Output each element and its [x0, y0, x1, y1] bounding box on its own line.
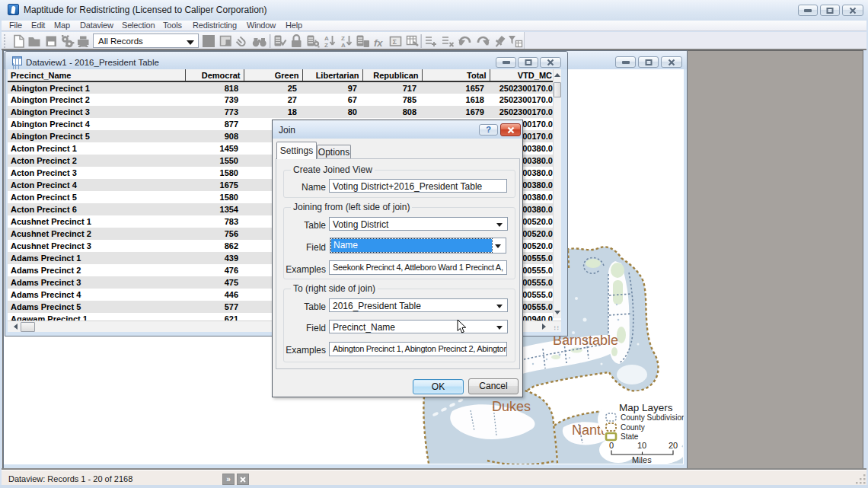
svg-text:Miles: Miles	[632, 455, 652, 464]
svg-text:County: County	[621, 423, 645, 432]
svg-text:Dukes: Dukes	[492, 399, 531, 414]
svg-text:20: 20	[669, 441, 678, 450]
svg-text:County Subdivision: County Subdivision	[621, 413, 684, 422]
svg-text:0: 0	[609, 441, 614, 450]
svg-text:fx: fx	[374, 37, 383, 49]
svg-text:10: 10	[637, 441, 646, 450]
svg-text:Z: Z	[324, 42, 328, 49]
svg-text:Map Layers: Map Layers	[619, 402, 673, 413]
svg-text:Z: Z	[341, 35, 345, 42]
svg-text:State: State	[621, 432, 639, 441]
svg-text:A: A	[324, 35, 329, 42]
svg-text:Σ: Σ	[393, 38, 397, 46]
svg-text:A: A	[341, 42, 346, 49]
